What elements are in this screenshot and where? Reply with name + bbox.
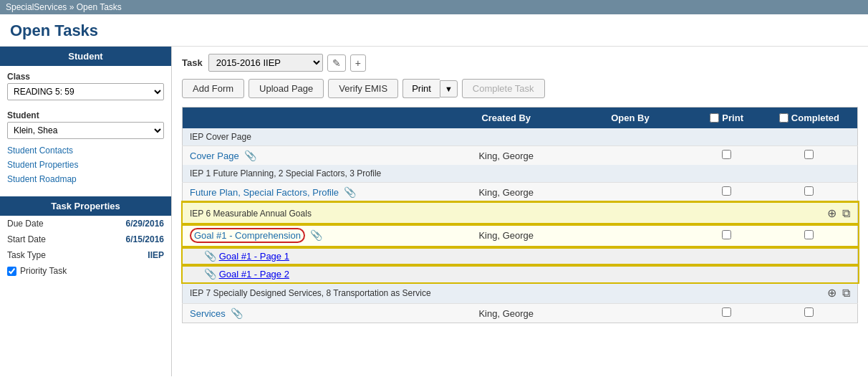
action-buttons: Add Form Upload Page Verify EMIS Print ▼… — [182, 79, 858, 98]
section-row-services: IEP 7 Specially Designed Services, 8 Tra… — [183, 282, 858, 304]
sidebar-link-properties[interactable]: Student Properties — [0, 158, 171, 172]
breadcrumb-sep: » — [67, 2, 76, 12]
open-by-future — [568, 183, 692, 203]
main-layout: Student Class READING 5: 59 Student Klei… — [0, 47, 868, 376]
completed-checkbox[interactable] — [804, 307, 814, 317]
completed-services — [761, 304, 858, 323]
print-services — [693, 304, 761, 323]
tasks-table: Created By Open By Print Completed — [182, 107, 858, 323]
cover-page-link[interactable]: Cover Page — [190, 151, 239, 161]
content-area: Task 2015-2016 IIEP ✎ + Add Form Upload … — [172, 47, 868, 376]
attachment-icon-sub: 📎 — [204, 268, 216, 280]
attachment-icon-sub: 📎 — [204, 250, 216, 262]
row-name-future: Future Plan, Special Factors, Profile 📎 — [183, 183, 445, 203]
table-row-services: Services 📎 King, George — [183, 304, 858, 323]
task-type-label: Task Type — [7, 250, 46, 260]
goal1-page1-link[interactable]: Goal #1 - Page 1 — [219, 251, 289, 262]
row-name-cover-page: Cover Page 📎 — [183, 146, 445, 166]
section-row-cover: IEP Cover Page — [183, 128, 858, 146]
task-select[interactable]: 2015-2016 IIEP — [208, 54, 323, 72]
sidebar-link-roadmap[interactable]: Student Roadmap — [0, 172, 171, 186]
section-title-cover: IEP Cover Page — [183, 128, 858, 146]
goal1-page2-link[interactable]: Goal #1 - Page 2 — [219, 269, 289, 280]
completed-future — [761, 183, 858, 203]
th-print: Print — [693, 108, 761, 129]
future-plan-link[interactable]: Future Plan, Special Factors, Profile — [190, 187, 339, 198]
open-by-services — [568, 304, 692, 323]
open-by-cover — [568, 146, 692, 166]
breadcrumb-page: Open Tasks — [77, 2, 122, 12]
upload-page-button[interactable]: Upload Page — [249, 79, 324, 98]
completed-checkbox[interactable] — [804, 230, 814, 239]
breadcrumb-special: SpecialServices — [6, 2, 67, 12]
task-add-button[interactable]: + — [350, 54, 366, 72]
print-button-group: Print ▼ — [402, 79, 458, 98]
goal1-link[interactable]: Goal #1 - Comprehension — [194, 230, 301, 241]
start-date-row: Start Date 6/15/2016 — [0, 232, 171, 247]
student-select[interactable]: Klein, Shea — [7, 122, 164, 139]
task-edit-button[interactable]: ✎ — [327, 54, 346, 72]
row-name-services: Services 📎 — [183, 304, 445, 323]
completed-checkbox[interactable] — [804, 150, 814, 159]
created-by-services: King, George — [444, 304, 568, 323]
task-bar: Task 2015-2016 IIEP ✎ + — [182, 54, 858, 72]
print-button[interactable]: Print — [402, 79, 440, 98]
class-select[interactable]: READING 5: 59 — [7, 83, 164, 100]
table-row-goal: Goal #1 - Comprehension 📎 King, George — [183, 224, 858, 247]
task-bar-label: Task — [182, 57, 203, 68]
created-by-cover: King, George — [444, 146, 568, 166]
attachment-icon: 📎 — [244, 150, 256, 161]
add-form-button[interactable]: Add Form — [182, 79, 244, 98]
verify-emis-button[interactable]: Verify EMIS — [328, 79, 398, 98]
due-date-row: Due Date 6/29/2016 — [0, 216, 171, 232]
priority-task-checkbox[interactable] — [7, 267, 16, 276]
services-link[interactable]: Services — [190, 308, 226, 319]
breadcrumb-bar: SpecialServices » Open Tasks — [0, 0, 868, 14]
table-row-subgoal1: 📎 Goal #1 - Page 1 — [183, 247, 858, 265]
attachment-icon: 📎 — [310, 229, 322, 241]
open-by-goal1 — [568, 224, 692, 247]
sidebar-student-header: Student — [0, 47, 171, 66]
priority-task-row: Priority Task — [0, 263, 171, 279]
section-title-future: IEP 1 Future Planning, 2 Special Factors… — [183, 165, 858, 183]
section-title-services: IEP 7 Specially Designed Services, 8 Tra… — [183, 282, 761, 304]
table-row: Future Plan, Special Factors, Profile 📎 … — [183, 183, 858, 203]
print-checkbox[interactable] — [722, 186, 731, 196]
sidebar: Student Class READING 5: 59 Student Klei… — [0, 47, 172, 376]
table-header-row: Created By Open By Print Completed — [183, 108, 858, 129]
completed-all-checkbox[interactable] — [779, 113, 789, 123]
services-section-actions: ⊕ ⧉ — [761, 282, 858, 304]
task-type-value: IIEP — [148, 250, 164, 260]
completed-cover — [761, 146, 858, 166]
due-date-value: 6/29/2016 — [126, 219, 164, 229]
page-title: Open Tasks — [0, 14, 868, 47]
copy-goal-button[interactable]: ⧉ — [841, 206, 852, 220]
priority-task-label: Priority Task — [20, 266, 67, 276]
copy-service-button[interactable]: ⧉ — [841, 286, 852, 300]
subgoal2-name: 📎 Goal #1 - Page 2 — [183, 265, 858, 283]
task-props-header: Task Properties — [0, 196, 171, 216]
print-checkbox[interactable] — [722, 230, 731, 239]
section-row-future: IEP 1 Future Planning, 2 Special Factors… — [183, 165, 858, 183]
print-caret-button[interactable]: ▼ — [440, 80, 458, 97]
complete-task-button[interactable]: Complete Task — [462, 79, 545, 98]
print-cover — [693, 146, 761, 166]
subgoal1-name: 📎 Goal #1 - Page 1 — [183, 247, 858, 265]
attachment-icon: 📎 — [231, 307, 243, 319]
row-name-goal1: Goal #1 - Comprehension 📎 — [183, 224, 445, 247]
print-checkbox[interactable] — [722, 307, 731, 317]
add-goal-button[interactable]: ⊕ — [826, 206, 838, 220]
sidebar-link-contacts[interactable]: Student Contacts — [0, 143, 171, 158]
print-checkbox[interactable] — [722, 150, 731, 159]
th-completed: Completed — [761, 108, 858, 129]
start-date-value: 6/15/2016 — [126, 234, 164, 244]
print-all-checkbox[interactable] — [710, 113, 719, 123]
th-created-by: Created By — [444, 108, 568, 129]
attachment-icon: 📎 — [344, 186, 356, 198]
section-title-goals: IEP 6 Measurable Annual Goals — [183, 202, 761, 224]
add-service-button[interactable]: ⊕ — [826, 286, 838, 300]
completed-checkbox[interactable] — [804, 186, 814, 196]
class-label: Class — [0, 66, 171, 83]
created-by-goal1: King, George — [444, 224, 568, 247]
created-by-future: King, George — [444, 183, 568, 203]
